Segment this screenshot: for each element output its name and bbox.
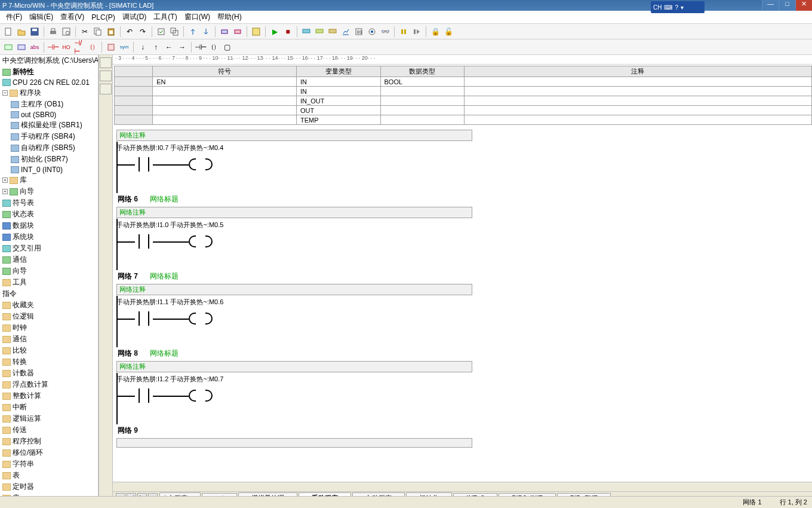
tree-sysblock[interactable]: 系统块 xyxy=(0,231,98,243)
cut-icon[interactable]: ✂ xyxy=(79,26,91,38)
monitor2-icon[interactable] xyxy=(313,26,325,38)
ins-box-icon[interactable]: ▢ xyxy=(221,41,233,53)
contact2-icon[interactable]: HO xyxy=(60,41,72,53)
print-icon[interactable] xyxy=(47,26,59,38)
vbar-btn-2[interactable] xyxy=(100,71,112,81)
tree-integer[interactable]: 整数计算 xyxy=(0,390,98,402)
network-block[interactable]: 网络 9 xyxy=(115,424,812,448)
lock-icon[interactable]: 🔒 xyxy=(429,26,441,38)
network-comment[interactable]: 网络注释 xyxy=(116,130,472,141)
monitor1-icon[interactable] xyxy=(300,26,312,38)
ladder-editor[interactable]: 网络注释 手动开换热肼:I0.7 手动开换热~:M0.4 网络 6网络标题 网络… xyxy=(113,126,812,503)
box-icon[interactable] xyxy=(105,41,117,53)
tree-cpu[interactable]: CPU 226 CN REL 02.01 xyxy=(0,78,98,87)
tree-block-auto[interactable]: 自动程序 (SBR5) xyxy=(0,142,98,154)
network-block[interactable]: 网络注释 手动开换热肼:I0.7 手动开换热~:M0.4 xyxy=(115,130,812,175)
tree-wiz2[interactable]: 向导 xyxy=(0,265,98,277)
contact3-icon[interactable]: ⊣/⊢ xyxy=(73,41,85,53)
compile-icon[interactable] xyxy=(155,26,167,38)
tree-newprop[interactable]: 新特性 xyxy=(0,66,98,78)
horizontal-scrollbar[interactable] xyxy=(113,482,812,491)
expand-icon[interactable]: + xyxy=(2,189,8,194)
tree-lib[interactable]: +库 xyxy=(0,175,98,186)
tree-progctrl[interactable]: 程序控制 xyxy=(0,436,98,447)
paste-icon[interactable] xyxy=(105,26,117,38)
tree-clock[interactable]: 时钟 xyxy=(0,322,98,333)
tree-block-analog[interactable]: 模拟量处理 (SBR1) xyxy=(0,120,98,131)
stop-icon[interactable]: ■ xyxy=(282,26,294,38)
network-comment[interactable]: 网络注释 xyxy=(116,361,472,372)
tree-timer[interactable]: 定时器 xyxy=(0,481,98,492)
ladder-rung[interactable] xyxy=(115,308,812,329)
network-title[interactable]: 网络标题 xyxy=(150,194,179,204)
collapse-icon[interactable]: − xyxy=(2,90,8,96)
menu-plc[interactable]: PLC(P) xyxy=(88,12,118,23)
sym-text-icon[interactable]: sym xyxy=(118,41,130,53)
save-icon[interactable] xyxy=(29,26,41,38)
expand-icon[interactable]: + xyxy=(2,178,8,183)
tree-compare[interactable]: 比较 xyxy=(0,345,98,356)
insert-net-icon[interactable] xyxy=(219,26,230,38)
menu-help[interactable]: 帮助(H) xyxy=(214,11,245,23)
tree-project-path[interactable]: 中央空调控制系统 (C:\Users\Ac 2 xyxy=(0,55,98,66)
menu-edit[interactable]: 编辑(E) xyxy=(26,11,57,23)
tree-block-out[interactable]: out (SBR0) xyxy=(0,110,98,120)
tree-comm2[interactable]: 通信 xyxy=(0,333,98,345)
line-up-icon[interactable]: ↑ xyxy=(150,41,162,53)
tree-interrupt[interactable]: 中断 xyxy=(0,402,98,413)
tree-programblock[interactable]: −程序块 xyxy=(0,87,98,99)
coil-icon[interactable]: ⟮⟯ xyxy=(87,41,99,53)
project-tree[interactable]: 中央空调控制系统 (C:\Users\Ac 2 新特性 CPU 226 CN R… xyxy=(0,55,99,503)
ladder-rung[interactable] xyxy=(115,385,812,406)
menu-window[interactable]: 窗口(W) xyxy=(181,11,214,23)
ins-contact-icon[interactable]: ⊣⊢ xyxy=(195,41,207,53)
tree-block-int0[interactable]: INT_0 (INT0) xyxy=(0,165,98,175)
tree-float[interactable]: 浮点数计算 xyxy=(0,379,98,390)
delete-net-icon[interactable] xyxy=(232,26,244,38)
line-right-icon[interactable]: → xyxy=(176,41,188,53)
abs-icon[interactable]: abs xyxy=(29,41,41,53)
watch-icon[interactable]: 👓 xyxy=(379,26,391,38)
network-comment[interactable]: 网络注释 xyxy=(116,284,472,295)
menu-tools[interactable]: 工具(T) xyxy=(150,11,180,23)
open-icon[interactable] xyxy=(16,26,27,38)
tree-statustab[interactable]: 状态表 xyxy=(0,209,98,220)
menu-file[interactable]: 件(F) xyxy=(2,11,26,23)
coil-element[interactable] xyxy=(189,235,213,247)
minimize-button[interactable]: — xyxy=(762,0,779,11)
ime-min-icon[interactable]: ▾ xyxy=(681,4,684,11)
tree-instructions[interactable]: 指令 xyxy=(0,288,98,299)
compile-all-icon[interactable] xyxy=(168,26,180,38)
step-icon[interactable] xyxy=(411,26,423,38)
menu-debug[interactable]: 调试(D) xyxy=(119,11,150,23)
status-icon[interactable]: 01 xyxy=(353,26,365,38)
monitor3-icon[interactable] xyxy=(327,26,339,38)
tree-logic[interactable]: 逻辑运算 xyxy=(0,413,98,424)
menu-view[interactable]: 查看(V) xyxy=(57,11,88,23)
ins-coil-icon[interactable]: ⟮⟯ xyxy=(208,41,220,53)
tree-fav[interactable]: 收藏夹 xyxy=(0,299,98,311)
coil-element[interactable] xyxy=(189,390,213,402)
tree-block-init[interactable]: 初始化 (SBR7) xyxy=(0,154,98,165)
tree-tools[interactable]: 工具 xyxy=(0,277,98,288)
line-left-icon[interactable]: ← xyxy=(163,41,175,53)
network-title[interactable]: 网络标题 xyxy=(150,271,179,281)
nav-icon[interactable] xyxy=(250,26,262,38)
tree-block-manual[interactable]: 手动程序 (SBR4) xyxy=(0,131,98,142)
coil-element[interactable] xyxy=(189,313,213,325)
vbar-btn-1[interactable] xyxy=(100,57,112,68)
sym2-icon[interactable] xyxy=(16,41,27,53)
chart-icon[interactable] xyxy=(340,26,352,38)
contact-element[interactable] xyxy=(135,311,153,326)
tree-comm[interactable]: 通信 xyxy=(0,254,98,265)
run-icon[interactable]: ▶ xyxy=(269,26,281,38)
network-block[interactable]: 网络 8网络标题 网络注释 手动开换热肼:I1.2 手动开换热~:M0.7 xyxy=(115,347,812,406)
unlock-icon[interactable]: 🔓 xyxy=(442,26,454,38)
contact-icon[interactable]: ⊣⊢ xyxy=(47,41,59,53)
upload-icon[interactable] xyxy=(187,26,199,38)
force-icon[interactable] xyxy=(366,26,378,38)
contact-element[interactable] xyxy=(135,388,153,403)
coil-element[interactable] xyxy=(189,158,213,170)
network-block[interactable]: 网络 7网络标题 网络注释 手动开换热肼:I1.1 手动开换热~:M0.6 xyxy=(115,270,812,329)
tree-shift[interactable]: 移位/循环 xyxy=(0,447,98,458)
